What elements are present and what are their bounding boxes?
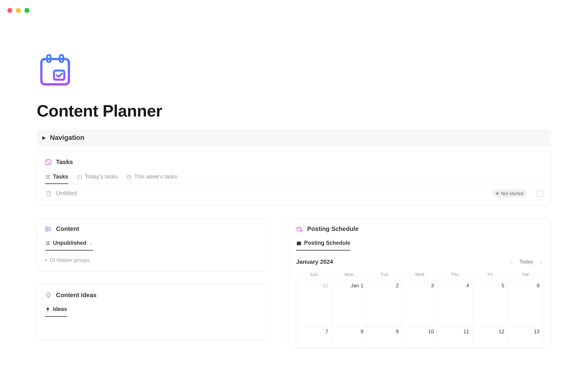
schedule-view-label: Posting Schedule xyxy=(304,240,350,246)
dow-tue: Tue xyxy=(367,272,402,277)
tasks-title: Tasks xyxy=(56,159,73,166)
ideas-view-label: Ideas xyxy=(53,306,67,312)
svg-rect-15 xyxy=(47,311,49,311)
calendar-today-button[interactable]: Today xyxy=(519,259,533,265)
week-icon xyxy=(126,174,132,180)
lightbulb-icon xyxy=(45,292,52,299)
chevron-down-icon: ⌄ xyxy=(89,241,93,246)
tasks-tabs: Tasks Today's tasks This week's tasks xyxy=(45,171,543,184)
calendar-grid-icon xyxy=(296,240,302,246)
tasks-icon xyxy=(45,159,52,166)
calendar-cell[interactable]: 5 xyxy=(473,280,508,326)
triangle-right-icon: ▶ xyxy=(42,135,46,140)
svg-rect-7 xyxy=(78,176,79,177)
content-view-label: Unpublished xyxy=(53,240,86,246)
hidden-groups-toggle[interactable]: ▾ 10 hidden groups xyxy=(45,257,261,263)
schedule-view-selector[interactable]: Posting Schedule xyxy=(296,238,350,251)
posting-schedule-card: Posting Schedule Posting Schedule Januar… xyxy=(288,218,551,348)
content-title: Content xyxy=(56,225,79,232)
hidden-groups-label: 10 hidden groups xyxy=(49,257,89,263)
ideas-title: Content Ideas xyxy=(56,292,96,299)
calendar-cell[interactable]: 13 xyxy=(508,326,543,348)
calendar-cell[interactable]: 10 xyxy=(402,326,437,348)
chevron-down-icon: ▾ xyxy=(45,258,47,263)
content-view-selector[interactable]: Unpublished ⌄ xyxy=(45,238,93,251)
schedule-icon xyxy=(296,226,303,232)
status-dot-icon xyxy=(496,192,499,195)
calendar-grid: 31 Jan 1 2 3 4 5 6 7 8 9 10 11 12 13 xyxy=(296,280,543,348)
calendar-month-label: January 2024 xyxy=(296,259,510,265)
calendar-cell[interactable]: 12 xyxy=(473,326,508,348)
list-icon xyxy=(45,240,51,246)
tasks-card: Tasks Tasks Today's tasks This week's ta… xyxy=(37,151,551,205)
calendar-cell[interactable]: 2 xyxy=(367,280,402,326)
status-badge[interactable]: Not started xyxy=(492,190,527,197)
content-ideas-card: Content Ideas Ideas xyxy=(37,285,270,340)
navigation-label: Navigation xyxy=(50,134,84,142)
calendar-cell[interactable]: 6 xyxy=(508,280,543,326)
dow-sat: Sat xyxy=(508,272,543,277)
calendar-next-button[interactable]: › xyxy=(539,257,543,266)
schedule-title: Posting Schedule xyxy=(307,225,359,232)
today-icon xyxy=(77,174,82,180)
dow-sun: Sun xyxy=(296,272,331,277)
status-label: Not started xyxy=(501,191,523,196)
task-row[interactable]: Untitled Not started xyxy=(45,184,543,198)
card-shadow-separator xyxy=(37,270,269,272)
calendar-cell[interactable]: 7 xyxy=(296,326,332,348)
tab-todays-tasks-label: Today's tasks xyxy=(85,174,118,180)
calendar-cell[interactable]: 3 xyxy=(402,280,437,326)
ideas-view-selector[interactable]: Ideas xyxy=(45,304,67,317)
calendar-cell[interactable]: 11 xyxy=(437,326,473,348)
tab-tasks-label: Tasks xyxy=(53,174,68,180)
window-minimize-dot[interactable] xyxy=(16,8,21,13)
calendar-cell[interactable]: 31 xyxy=(296,280,332,326)
dow-wed: Wed xyxy=(402,272,437,277)
dow-thu: Thu xyxy=(437,272,473,277)
dow-fri: Fri xyxy=(473,272,508,277)
window-traffic-lights xyxy=(7,8,29,13)
svg-rect-6 xyxy=(78,175,81,178)
calendar-dow-header: Sun Mon Tue Wed Thu Fri Sat xyxy=(296,270,543,280)
task-checkbox[interactable] xyxy=(537,190,543,197)
page-title: Content Planner xyxy=(37,101,551,120)
calendar-cell[interactable]: 8 xyxy=(332,326,367,348)
tab-week-tasks-label: This week's tasks xyxy=(134,174,177,180)
window-zoom-dot[interactable] xyxy=(24,8,29,13)
page-hero-calendar-check-icon xyxy=(37,52,551,89)
document-icon xyxy=(45,190,52,197)
dow-mon: Mon xyxy=(331,272,367,277)
svg-rect-10 xyxy=(46,227,47,231)
list-icon xyxy=(45,174,51,180)
tab-todays-tasks[interactable]: Today's tasks xyxy=(77,171,118,184)
calendar-cell[interactable]: 9 xyxy=(367,326,402,348)
calendar-cell[interactable]: 4 xyxy=(437,280,473,326)
content-icon xyxy=(45,226,52,232)
task-name: Untitled xyxy=(56,190,488,197)
navigation-toggle[interactable]: ▶ Navigation xyxy=(37,129,551,146)
svg-rect-8 xyxy=(127,175,131,178)
tab-tasks[interactable]: Tasks xyxy=(45,171,68,184)
lightbulb-small-icon xyxy=(45,307,51,312)
content-card: Content Unpublished ⌄ ▾ 10 hidden groups xyxy=(37,218,270,272)
tab-week-tasks[interactable]: This week's tasks xyxy=(126,171,177,184)
window-close-dot[interactable] xyxy=(7,8,12,13)
calendar-cell[interactable]: Jan 1 xyxy=(332,280,367,326)
calendar-prev-button[interactable]: ‹ xyxy=(510,257,514,266)
